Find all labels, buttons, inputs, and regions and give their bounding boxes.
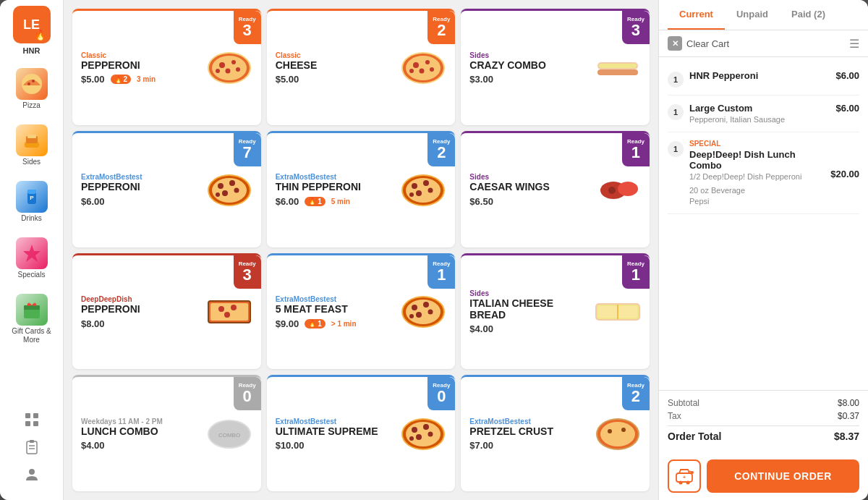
- svg-point-33: [425, 60, 430, 64]
- svg-text:P: P: [30, 195, 34, 201]
- tab-paid[interactable]: Paid (2): [780, 0, 837, 30]
- card-price: $6.50: [469, 196, 493, 207]
- sidebar-item-gifts[interactable]: Gift Cards & More: [0, 288, 63, 350]
- svg-point-90: [600, 422, 635, 446]
- ready-count: 0: [243, 389, 252, 404]
- ready-badge: Ready 0: [427, 377, 455, 410]
- sidebar-item-drinks[interactable]: P Drinks: [0, 175, 63, 229]
- card-price: $8.00: [81, 318, 105, 329]
- car-icon-button[interactable]: +: [668, 459, 701, 493]
- drinks-label: Drinks: [21, 214, 41, 223]
- cart-item-price: $6.00: [835, 103, 859, 114]
- food-visual: [397, 171, 449, 209]
- menu-card-classic-cheese[interactable]: Classic CHEESE $5.00 Ready 2: [267, 9, 456, 125]
- card-name: PEPPERONI: [81, 304, 203, 315]
- card-price: $6.00: [276, 196, 299, 207]
- ready-count: 7: [243, 145, 252, 161]
- card-price-row: $4.00: [469, 323, 592, 334]
- card-type-label: Sides: [469, 289, 592, 297]
- menu-card-sides-caesar-wings[interactable]: Sides CAESAR WINGS $6.50 Ready 1: [461, 131, 650, 247]
- grid-icon[interactable]: [24, 412, 40, 431]
- card-name: ITALIAN CHEESE BREAD: [469, 298, 592, 321]
- card-name: PRETZEL CRUST: [469, 426, 592, 437]
- menu-card-emb-thin-pepperoni[interactable]: ExtraMostBestest THIN PEPPERONI $6.00 🔥 …: [267, 131, 456, 247]
- menu-card-sides-italian-cheese-bread[interactable]: Sides ITALIAN CHEESE BREAD $4.00 Ready 1: [461, 253, 650, 370]
- card-info: Sides CAESAR WINGS $6.50: [469, 173, 592, 206]
- main-content: Classic PEPPERONI $5.00 🔥 2 3 min Ready …: [64, 0, 658, 500]
- svg-point-36: [430, 67, 434, 72]
- svg-point-83: [412, 427, 417, 433]
- svg-point-67: [406, 300, 441, 324]
- sidebar-item-sides[interactable]: Sides: [0, 119, 63, 172]
- menu-card-sides-crazy-combo[interactable]: Sides CRAZY COMBO $3.00 Ready 3: [461, 9, 650, 125]
- svg-text:COMBO: COMBO: [218, 432, 240, 438]
- card-price-row: $5.00 🔥 2 3 min: [81, 74, 203, 85]
- card-price-row: $5.00: [276, 74, 398, 85]
- card-info: Classic CHEESE $5.00: [276, 51, 398, 85]
- menu-card-ddd-pepperoni[interactable]: DeepDeepDish PEPPERONI $8.00 Ready 3: [72, 253, 261, 370]
- svg-rect-15: [33, 421, 38, 426]
- cart-item-large-custom: 1 Large Custom Pepperoni, Italian Sausag…: [668, 96, 859, 132]
- menu-card-lunch-combo[interactable]: Weekdays 11 AM - 2 PM LUNCH COMBO $4.00 …: [72, 375, 261, 491]
- svg-rect-38: [597, 69, 638, 75]
- food-visual: [592, 415, 644, 453]
- clipboard-icon[interactable]: [24, 439, 40, 458]
- svg-point-55: [409, 192, 414, 197]
- ready-badge: Ready 2: [427, 133, 455, 166]
- app-container: LE 🔥 HNR Pizza Sides P Drinks: [0, 0, 868, 500]
- svg-point-1: [27, 82, 30, 85]
- clear-cart-button[interactable]: ✕ Clear Cart: [668, 36, 729, 51]
- svg-point-70: [416, 312, 422, 318]
- menu-card-emb-ultimate-supreme[interactable]: ExtraMostBestest ULTIMATE SUPREME $10.00…: [267, 375, 456, 491]
- sides-icon: [16, 124, 48, 156]
- svg-point-92: [621, 428, 626, 432]
- ready-badge: Ready 3: [234, 11, 261, 44]
- svg-point-72: [409, 314, 414, 318]
- svg-text:+: +: [683, 475, 686, 480]
- card-price-row: $6.50: [469, 196, 592, 207]
- cart-item-info: SPECIAL Deep!Deep! Dish Lunch Combo 1/2 …: [689, 140, 825, 206]
- svg-point-26: [225, 68, 230, 73]
- tab-unpaid[interactable]: Unpaid: [725, 0, 780, 30]
- food-visual: [592, 171, 644, 209]
- tax-value: $0.37: [838, 411, 859, 421]
- ready-count: 3: [631, 22, 640, 38]
- food-visual: [397, 415, 449, 453]
- sidebar-item-pizza[interactable]: Pizza: [0, 62, 63, 116]
- card-type-label: DeepDeepDish: [81, 295, 203, 303]
- person-icon[interactable]: [24, 467, 40, 486]
- card-info: ExtraMostBestest PRETZEL CRUST $7.00: [469, 418, 592, 451]
- tab-current[interactable]: Current: [668, 0, 725, 30]
- card-type-label: ExtraMostBestest: [276, 418, 398, 425]
- menu-card-emb-pretzel-crust[interactable]: ExtraMostBestest PRETZEL CRUST $7.00 Rea…: [461, 375, 650, 491]
- cart-item-special-badge: SPECIAL: [689, 140, 825, 148]
- menu-card-emb-5-meat-feast[interactable]: ExtraMostBestest 5 MEAT FEAST $9.00 🔥 1 …: [267, 253, 456, 370]
- sidebar-item-specials[interactable]: Specials: [0, 232, 63, 285]
- card-info: Classic PEPPERONI $5.00 🔥 2 3 min: [81, 51, 203, 85]
- cart-item-desc2: 20 oz Beverage: [689, 185, 825, 195]
- ready-count: 1: [437, 267, 446, 283]
- svg-point-44: [229, 180, 235, 186]
- cart-footer: + CONTINUE ORDER: [659, 452, 868, 500]
- cart-item-lunch-combo: 1 SPECIAL Deep!Deep! Dish Lunch Combo 1/…: [668, 132, 859, 214]
- food-visual: [592, 293, 644, 331]
- menu-card-emb-pepperoni[interactable]: ExtraMostBestest PEPPERONI $6.00 Ready 7: [72, 131, 261, 247]
- card-price-row: $4.00: [81, 440, 203, 451]
- card-name: THIN PEPPERONI: [276, 182, 398, 192]
- ready-badge: Ready 1: [622, 255, 650, 289]
- svg-point-28: [236, 67, 240, 72]
- menu-dots-icon[interactable]: ☰: [849, 37, 859, 51]
- card-type-label: Classic: [276, 51, 398, 59]
- card-type-label: ExtraMostBestest: [469, 418, 592, 425]
- sidebar-logo[interactable]: LE 🔥: [13, 6, 51, 43]
- card-info: ExtraMostBestest PEPPERONI $6.00: [81, 173, 203, 206]
- food-visual: COMBO: [203, 415, 255, 453]
- card-type-label: ExtraMostBestest: [276, 173, 398, 181]
- continue-order-button[interactable]: CONTINUE ORDER: [707, 459, 859, 493]
- svg-point-46: [234, 187, 239, 192]
- menu-card-classic-pepperoni[interactable]: Classic PEPPERONI $5.00 🔥 2 3 min Ready …: [72, 9, 261, 125]
- ready-badge: Ready 2: [622, 377, 650, 410]
- svg-point-50: [406, 178, 441, 203]
- svg-point-51: [412, 183, 417, 189]
- card-price: $10.00: [276, 440, 305, 451]
